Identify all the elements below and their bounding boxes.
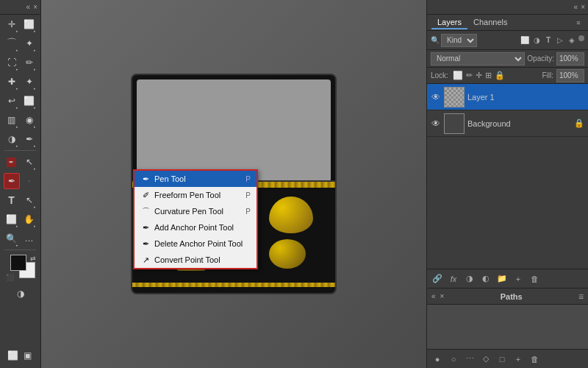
ctx-add-anchor-left: ✒ Add Anchor Point Tool xyxy=(140,222,234,233)
ctx-add-anchor-tool[interactable]: ✒ Add Anchor Point Tool xyxy=(135,219,257,236)
tool-row-1: ✛▸ ⬜▸ xyxy=(0,15,40,34)
ctx-curvature-label: Curvature Pen Tool xyxy=(154,207,223,216)
lock-transparent-icon[interactable]: ⬜ xyxy=(453,71,463,80)
path-arrow-tool[interactable]: ↖▸ xyxy=(21,192,37,208)
lock-position-icon[interactable]: ✛ xyxy=(476,71,482,80)
paths-close-btn[interactable]: × xyxy=(440,292,445,300)
tool-row-9: T ↖▸ xyxy=(0,191,40,210)
filter-toggle[interactable] xyxy=(578,35,584,41)
ctx-add-anchor-label: Add Anchor Point Tool xyxy=(154,223,234,232)
ctx-convert-label: Convert Point Tool xyxy=(154,255,220,264)
lock-image-icon[interactable]: ✏ xyxy=(466,71,473,80)
panel-menu-btn[interactable]: ≡ xyxy=(573,18,584,28)
paths-bottom-bar: ● ○ ⋯ ◇ □ + 🗑 xyxy=(427,349,588,368)
toolbar-close-btn[interactable]: × xyxy=(33,3,37,11)
hand-tool[interactable]: ✋▸ xyxy=(21,211,37,227)
layer1-name: Layer 1 xyxy=(467,93,584,102)
pixel-filter-icon[interactable]: ⬜ xyxy=(520,35,530,46)
paths-menu-btn[interactable]: ≡ xyxy=(578,291,584,302)
paths-content xyxy=(427,305,588,349)
fill-label: Fill: xyxy=(542,71,553,79)
pen-shape-tool[interactable]: ✒▸ xyxy=(21,131,37,147)
move-tool[interactable]: ✛▸ xyxy=(4,16,20,32)
paths-title: Paths xyxy=(501,292,523,301)
smart-filter-icon[interactable]: ◈ xyxy=(567,35,577,46)
stroke-path-btn[interactable]: ○ xyxy=(447,353,460,366)
kind-select[interactable]: Kind xyxy=(441,34,477,47)
extra-btn[interactable]: ▣ xyxy=(21,347,35,364)
history-brush-tool[interactable]: ↩▸ xyxy=(4,93,20,109)
layer1-visibility-icon[interactable]: 👁 xyxy=(431,92,441,102)
tool-row-2: ⌒▸ ✦▸ xyxy=(0,34,40,53)
ctx-delete-anchor-left: ✒ Delete Anchor Point Tool xyxy=(140,238,243,249)
crop-tool[interactable]: ⛶▸ xyxy=(4,54,20,71)
tool-row-5: ↩▸ ⬜▸ xyxy=(0,91,40,110)
direct-select-tool[interactable]: ↖▸ xyxy=(21,154,37,170)
add-mask-btn[interactable]: ◑ xyxy=(463,272,476,286)
ctx-curvature-pen-tool[interactable]: ⌒ Curvature Pen Tool P xyxy=(135,203,257,219)
ctx-pen-tool-label: Pen Tool xyxy=(154,174,186,183)
ctx-convert-point-tool[interactable]: ↗ Convert Point Tool xyxy=(135,252,257,268)
fill-input[interactable] xyxy=(556,69,584,82)
background-lock-icon: 🔒 xyxy=(574,118,584,128)
add-style-btn[interactable]: fx xyxy=(447,272,460,286)
layer-item-layer1[interactable]: 👁 Layer 1 xyxy=(427,84,588,110)
blur-tool[interactable]: ◉▸ xyxy=(21,112,37,128)
tab-channels[interactable]: Channels xyxy=(467,16,513,29)
rect-shape-tool[interactable]: ⬜▸ xyxy=(4,211,20,227)
gradient-tool[interactable]: ▥▸ xyxy=(4,112,20,128)
adjustment-filter-icon[interactable]: ◑ xyxy=(531,35,542,46)
swap-colors-btn[interactable]: ⇄ xyxy=(30,255,36,262)
magic-wand-tool[interactable]: ✦▸ xyxy=(21,35,37,52)
lock-artboard-icon[interactable]: ⊞ xyxy=(485,71,492,80)
reset-colors-btn[interactable]: ⬛ xyxy=(6,274,14,281)
delete-path-btn[interactable]: 🗑 xyxy=(528,353,541,366)
dodge-tool[interactable]: ◑▸ xyxy=(4,131,20,147)
background-visibility-icon[interactable]: 👁 xyxy=(431,118,441,129)
healing-tool[interactable]: ✚▸ xyxy=(4,74,20,90)
ctx-delete-anchor-tool[interactable]: ✒ Delete Anchor Point Tool xyxy=(135,236,257,252)
selection-as-path-btn[interactable]: ◇ xyxy=(479,353,492,366)
blend-mode-select[interactable]: Normal xyxy=(431,52,525,66)
ctx-freeform-pen-tool[interactable]: ✐ Freeform Pen Tool P xyxy=(135,187,257,203)
eyedropper-tool[interactable]: ✏▸ xyxy=(21,54,37,71)
type-filter-icon[interactable]: T xyxy=(543,35,553,46)
ctx-freeform-label: Freeform Pen Tool xyxy=(154,191,220,199)
zoom-tool[interactable]: 🔍▸ xyxy=(4,230,20,247)
foreground-color-box[interactable] xyxy=(10,255,26,271)
path-as-selection-btn[interactable]: ⋯ xyxy=(463,353,476,366)
toolbar-collapse-btn[interactable]: « xyxy=(26,3,31,11)
pen-tool-context-menu: ✒ Pen Tool P ✐ Freeform Pen Tool P ⌒ Cur… xyxy=(133,169,258,269)
clone-stamp-tool[interactable]: ✦▸ xyxy=(21,74,37,90)
new-layer-btn[interactable]: + xyxy=(512,272,525,286)
tab-layers[interactable]: Layers xyxy=(431,16,467,29)
delete-layer-btn[interactable]: 🗑 xyxy=(528,272,541,286)
new-group-btn[interactable]: 📁 xyxy=(495,272,509,286)
tool-row-7: ◑▸ ✒▸ xyxy=(0,130,40,149)
eraser-tool[interactable]: ⬜▸ xyxy=(21,93,37,109)
selection-tool[interactable]: ⬜▸ xyxy=(21,16,37,32)
pen-tool-icon: ✒ xyxy=(140,174,151,184)
fill-path-btn[interactable]: ● xyxy=(431,353,444,366)
panel-close-btn[interactable]: × xyxy=(581,3,585,11)
type-tool[interactable]: T xyxy=(4,192,20,208)
new-path-btn[interactable]: + xyxy=(512,353,525,366)
ctx-pen-tool[interactable]: ✒ Pen Tool P xyxy=(135,171,257,187)
screen-mode-btn[interactable]: ⬜ xyxy=(6,347,20,364)
opacity-input[interactable] xyxy=(556,52,584,66)
quick-mask-btn[interactable]: ◑ xyxy=(12,286,29,302)
base-gold-trim-bottom xyxy=(132,283,335,287)
paths-collapse-btn[interactable]: « xyxy=(431,292,436,300)
panel-collapse-btn[interactable]: « xyxy=(574,3,578,11)
dots-tool[interactable]: … xyxy=(21,230,37,247)
pen-tool-btn[interactable]: ✒ xyxy=(4,173,20,189)
link-layers-btn[interactable]: 🔗 xyxy=(431,272,444,286)
lasso-tool[interactable]: ⌒▸ xyxy=(4,35,20,52)
add-adjustment-btn[interactable]: ◐ xyxy=(479,272,492,286)
path-select-tool[interactable]: ✒ xyxy=(4,154,20,170)
add-mask-from-path-btn[interactable]: □ xyxy=(495,353,509,366)
layer-item-background[interactable]: 👁 Background 🔒 xyxy=(427,110,588,137)
lock-all-icon[interactable]: 🔒 xyxy=(495,71,505,80)
ring-1 xyxy=(269,197,313,233)
shape-filter-icon[interactable]: ▷ xyxy=(555,35,565,46)
